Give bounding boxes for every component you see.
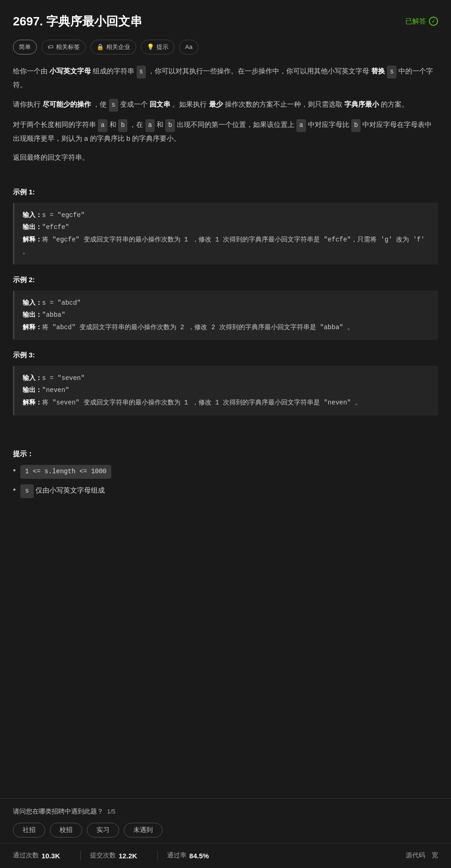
hint-bullet-2: • [13,484,16,496]
hint-item-1: • 1 <= s.length <= 1000 [13,465,438,479]
tag-icon: 🏷 [48,42,54,52]
survey-count: 1/5 [107,807,115,817]
solved-badge: 已解答 ✓ [405,15,438,27]
solved-check-icon: ✓ [429,17,438,26]
wide-link[interactable]: 宽 [432,850,438,861]
para3: 对于两个长度相同的字符串 a 和 b ，在 a 和 b 出现不同的第一个位置，如… [13,118,438,145]
survey-question: 请问您在哪类招聘中遇到此题？ 1/5 [13,806,438,817]
difficulty-label: 简单 [19,42,31,52]
description: 给你一个由 小写英文字母 组成的字符串 s ，你可以对其执行一些操作。在一步操作… [13,65,438,164]
example3-explanation: 解释：将 "seven" 变成回文字符串的最小操作次数为 1 ，修改 1 次得到… [23,397,430,409]
pass-rate-stat: 通过率 84.5% [167,850,209,862]
code-b1: b [118,119,127,132]
code-b3: b [351,119,361,132]
related-tags-label: 相关标签 [56,42,80,52]
hint-text-2: s 仅由小写英文字母组成 [20,484,105,498]
submit-count-label: 提交次数 [90,850,116,861]
solved-label: 已解答 [405,15,426,27]
bold-lex-min: 字典序最小 [344,100,379,108]
bulb-icon: 💡 [147,42,154,52]
pass-rate-value: 84.5% [189,850,209,862]
title-row: 2697. 字典序最小回文串 已解答 ✓ [13,11,438,31]
font-size-icon: Aa [185,42,192,52]
footer-divider-2 [157,851,158,860]
para2: 请你执行 尽可能少的操作 ，使 s 变成一个 回文串 。如果执行 最少 操作次数… [13,98,438,112]
footer-bar: 通过次数 10.3K 提交次数 12.2K 通过率 84.5% 源代码 宽 [0,843,451,868]
tags-row: 简单 🏷 相关标签 🔒 相关企业 💡 提示 Aa [13,40,438,54]
submit-count-value: 12.2K [119,850,137,862]
related-company-label: 相关企业 [106,42,130,52]
code-a1: a [98,119,107,132]
source-code-link[interactable]: 源代码 [406,850,425,861]
example3-label: 示例 3: [13,349,438,361]
pass-rate-label: 通过率 [167,850,186,861]
example3-output: 输出："neven" [23,384,430,397]
hint-code-1: 1 <= s.length <= 1000 [20,465,111,479]
example2-output: 输出："abba" [23,309,430,321]
problem-number: 2697. [13,14,43,28]
footer-divider-1 [80,851,81,860]
hints-title: 提示： [13,448,438,460]
lock-icon: 🔒 [96,42,104,52]
pass-count-value: 10.3K [42,850,60,862]
para1: 给你一个由 小写英文字母 组成的字符串 s ，你可以对其执行一些操作。在一步操作… [13,65,438,91]
font-size-button[interactable]: Aa [179,40,198,54]
code-b2: b [165,119,174,132]
survey-buttons: 社招 校招 实习 未遇到 [13,823,438,838]
bold-least: 最少 [209,100,223,108]
hint-code-2: s [20,484,33,498]
survey-question-text: 请问您在哪类招聘中遇到此题？ [13,806,103,817]
hint-bullet-1: • [13,465,16,476]
divider2 [13,425,438,439]
survey-btn-not-seen[interactable]: 未遇到 [124,823,162,838]
footer-links: 源代码 宽 [406,850,438,861]
example2-input: 输入：s = "abcd" [23,297,430,309]
pass-count-stat: 通过次数 10.3K [13,850,60,862]
problem-title-text: 字典序最小回文串 [46,14,142,28]
submit-count-stat: 提交次数 12.2K [90,850,137,862]
bold-palindrome: 回文串 [150,100,170,108]
example3-input: 输入：s = "seven" [23,372,430,385]
example1-label: 示例 1: [13,186,438,198]
example2-explanation: 解释：将 "abcd" 变成回文字符串的最小操作次数为 2 ，修改 2 次得到的… [23,321,430,334]
survey-btn-social[interactable]: 社招 [13,823,45,838]
hint-item-2: • s 仅由小写英文字母组成 [13,484,438,498]
survey-section: 请问您在哪类招聘中遇到此题？ 1/5 社招 校招 实习 未遇到 [0,798,451,843]
example1-explanation: 解释：将 "egcfe" 变成回文字符串的最小操作次数为 1 ，修改 1 次得到… [23,234,430,258]
survey-btn-campus[interactable]: 校招 [50,823,82,838]
example1-output: 输出："efcfe" [23,221,430,234]
bold-lowercase: 小写英文字母 [49,67,91,75]
hint-button[interactable]: 💡 提示 [141,40,174,54]
survey-btn-intern[interactable]: 实习 [87,823,119,838]
example2-block: 输入：s = "abcd" 输出："abba" 解释：将 "abcd" 变成回文… [13,290,438,340]
difficulty-tag[interactable]: 简单 [13,40,37,54]
code-s3: s [109,99,118,112]
code-s1: s [137,66,146,78]
divider1 [13,172,438,186]
example3-block: 输入：s = "seven" 输出："neven" 解释：将 "seven" 变… [13,366,438,416]
para4: 返回最终的回文字符串。 [13,151,438,164]
bold-replace: 替换 [371,67,385,75]
pass-count-label: 通过次数 [13,850,39,861]
example1-input: 输入：s = "egcfe" [23,209,430,222]
related-company-button[interactable]: 🔒 相关企业 [90,40,136,54]
example2-label: 示例 2: [13,274,438,286]
code-a3: a [296,119,306,132]
problem-title: 2697. 字典序最小回文串 [13,11,142,31]
code-a2: a [145,119,155,132]
related-tags-button[interactable]: 🏷 相关标签 [42,40,86,54]
example1-block: 输入：s = "egcfe" 输出："efcfe" 解释：将 "egcfe" 变… [13,203,438,265]
hints-section: 提示： • 1 <= s.length <= 1000 • s 仅由小写英文字母… [13,448,438,498]
code-s2: s [387,66,396,78]
bold-min-ops: 尽可能少的操作 [42,100,91,108]
hint-label: 提示 [156,42,168,52]
